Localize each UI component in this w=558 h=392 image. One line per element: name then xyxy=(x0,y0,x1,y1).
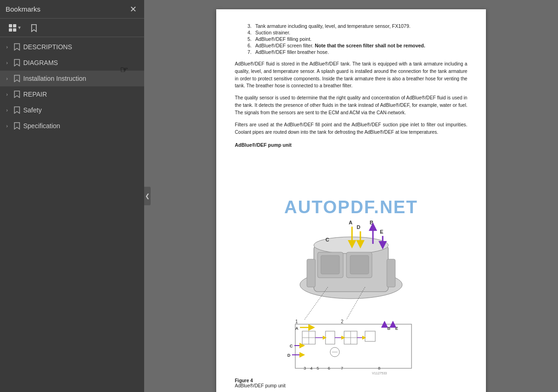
svg-text:C: C xyxy=(290,344,293,348)
svg-rect-2 xyxy=(9,28,12,32)
svg-text:4: 4 xyxy=(310,366,312,371)
svg-text:D: D xyxy=(357,224,360,230)
chevron-right-icon-installation: › xyxy=(4,75,10,82)
svg-text:E: E xyxy=(380,229,383,235)
svg-text:3: 3 xyxy=(304,366,306,371)
sidebar-item-label-specification: Specification xyxy=(23,122,60,130)
bookmark-icon-installation xyxy=(13,75,20,82)
main-content-area[interactable]: AUTOPDF.NET 3. Tank armature including q… xyxy=(144,0,558,392)
svg-rect-11 xyxy=(307,259,315,287)
svg-text:E: E xyxy=(395,326,398,331)
sidebar-header: Bookmarks ✕ xyxy=(0,0,144,19)
chevron-right-icon: › xyxy=(4,44,10,50)
svg-rect-34 xyxy=(365,331,375,341)
sidebar-item-label-repair: REPAIR xyxy=(23,91,47,98)
bookmark-panel-icon xyxy=(29,23,39,33)
document-page: AUTOPDF.NET 3. Tank armature including q… xyxy=(216,9,486,392)
sidebar: Bookmarks ✕ ▾ › DESCRIPTIONS xyxy=(0,0,144,392)
sidebar-item-descriptions[interactable]: › DESCRIPTIONS xyxy=(0,39,144,55)
bookmark-icon-repair xyxy=(13,91,20,98)
chevron-right-icon-repair: › xyxy=(4,91,10,98)
svg-text:B: B xyxy=(387,326,391,331)
figure-caption-title: Figure 4 xyxy=(235,378,286,383)
svg-text:1: 1 xyxy=(295,319,298,324)
svg-rect-12 xyxy=(387,259,395,287)
svg-rect-26 xyxy=(295,324,412,368)
sidebar-item-label-diagrams: DIAGRAMS xyxy=(23,59,58,66)
list-item-4: 4. Suction strainer. xyxy=(235,30,467,35)
grid-view-button[interactable]: ▾ xyxy=(5,21,24,35)
pump-diagram-svg: C A B D E xyxy=(235,152,467,375)
svg-rect-1 xyxy=(13,24,16,27)
svg-point-6 xyxy=(314,237,388,254)
bookmark-icon-diagrams xyxy=(13,59,20,66)
svg-text:B: B xyxy=(370,220,373,225)
sidebar-item-safety[interactable]: › Safety xyxy=(0,102,144,118)
sidebar-item-label-installation: Installation Instruction xyxy=(23,75,86,82)
svg-text:A: A xyxy=(349,220,352,225)
list-item-5: 5. AdBlue®/DEF filling point. xyxy=(235,36,467,42)
sidebar-item-specification[interactable]: › Specification xyxy=(0,118,144,134)
numbered-list: 3. Tank armature including quality, leve… xyxy=(235,23,467,55)
sidebar-item-repair[interactable]: › REPAIR xyxy=(0,86,144,102)
svg-text:8: 8 xyxy=(378,366,380,371)
svg-rect-3 xyxy=(13,28,16,32)
sidebar-item-installation[interactable]: › Installation Instruction xyxy=(0,71,144,86)
bookmark-icon-safety xyxy=(13,106,20,114)
sidebar-items-list: › DESCRIPTIONS › DIAGRAMS › Installation… xyxy=(0,37,144,392)
figure-caption-text: AdBlue®/DEF pump unit xyxy=(235,383,286,388)
svg-text:6: 6 xyxy=(328,366,330,371)
collapse-sidebar-handle[interactable]: ❮ xyxy=(144,187,151,205)
svg-rect-8 xyxy=(321,255,339,274)
sidebar-item-diagrams[interactable]: › DIAGRAMS xyxy=(0,55,144,71)
chevron-right-icon-diagrams: › xyxy=(4,59,10,66)
chevron-right-icon-specification: › xyxy=(4,123,10,129)
svg-rect-10 xyxy=(350,255,369,274)
sidebar-title: Bookmarks xyxy=(6,5,40,13)
sidebar-item-label-safety: Safety xyxy=(23,106,42,114)
list-item-7: 7. AdBlue®/DEF filler breather hose. xyxy=(235,49,467,55)
svg-text:D: D xyxy=(287,353,291,358)
paragraph-2: The quality sensor is used to determine … xyxy=(235,94,467,116)
svg-text:A: A xyxy=(295,326,299,331)
grid-icon xyxy=(8,23,17,33)
list-item-6: 6. AdBlue®/DEF screen filter. Note that … xyxy=(235,43,467,48)
paragraph-1: AdBlue®/DEF fluid is stored in the AdBlu… xyxy=(235,60,467,90)
bookmark-icon-specification xyxy=(13,122,20,130)
svg-text:7: 7 xyxy=(341,366,343,371)
close-button[interactable]: ✕ xyxy=(128,4,139,14)
chevron-right-icon-safety: › xyxy=(4,107,10,113)
section-title: AdBlue®/DEF pump unit xyxy=(235,142,467,148)
list-item-3: 3. Tank armature including quality, leve… xyxy=(235,23,467,29)
svg-text:C: C xyxy=(326,237,329,242)
figure-caption: Figure 4 AdBlue®/DEF pump unit xyxy=(235,378,286,388)
svg-rect-0 xyxy=(9,24,12,27)
bookmark-panel-button[interactable] xyxy=(26,21,42,35)
svg-text:5: 5 xyxy=(317,366,319,371)
sidebar-item-label-descriptions: DESCRIPTIONS xyxy=(23,43,72,51)
svg-text:2: 2 xyxy=(341,319,344,324)
paragraph-3: Filters are used at the AdBlue®/DEF fill… xyxy=(235,121,467,136)
sidebar-toolbar: ▾ xyxy=(0,19,144,37)
bookmark-icon-descriptions xyxy=(13,43,20,51)
figure-area: C A B D E xyxy=(235,152,467,388)
svg-rect-30 xyxy=(326,331,335,344)
dropdown-arrow: ▾ xyxy=(18,25,21,31)
svg-text:V1127533: V1127533 xyxy=(372,372,387,375)
